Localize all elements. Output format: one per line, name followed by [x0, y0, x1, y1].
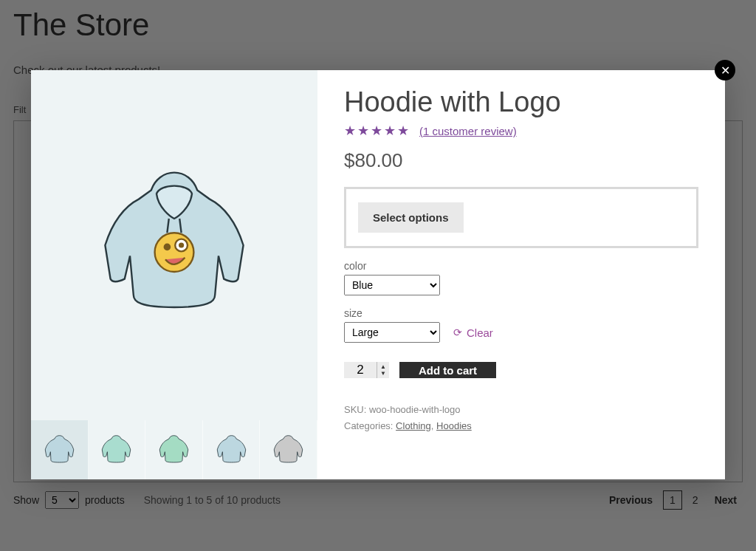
- product-gallery: [31, 70, 317, 479]
- color-variation: color BlueRedGreenGray: [344, 260, 698, 295]
- qty-up-icon[interactable]: ▲: [380, 363, 386, 370]
- review-link[interactable]: (1 customer review): [419, 125, 517, 137]
- sku-label: SKU:: [344, 404, 366, 415]
- hoodie-icon: [39, 430, 80, 470]
- close-icon: ✕: [721, 64, 730, 78]
- thumb-green-tee[interactable]: [145, 420, 203, 479]
- category-link[interactable]: Clothing: [396, 420, 431, 431]
- star-rating: ★★★★★: [344, 123, 410, 139]
- size-select[interactable]: SmallMediumLargeXL: [344, 322, 440, 343]
- thumb-blue-hoodie-2[interactable]: [203, 420, 261, 479]
- category-link[interactable]: Hoodies: [436, 420, 472, 431]
- thumbnail-strip: [31, 420, 317, 479]
- color-label: color: [344, 260, 698, 272]
- add-to-cart-button[interactable]: Add to cart: [399, 362, 496, 378]
- close-button[interactable]: ✕: [715, 60, 735, 81]
- price-value: 80.00: [354, 149, 402, 171]
- hoodie-icon: [211, 430, 252, 470]
- select-options-button[interactable]: Select options: [358, 202, 464, 233]
- size-variation: size SmallMediumLargeXL ⟳ Clear: [344, 307, 698, 343]
- quantity-input[interactable]: [344, 362, 377, 378]
- svg-point-3: [179, 242, 184, 247]
- thumb-blue-hoodie[interactable]: [31, 420, 89, 479]
- hoodie-icon: [268, 430, 309, 470]
- clear-variations-link[interactable]: ⟳ Clear: [453, 326, 493, 339]
- categories-label: Categories:: [344, 420, 393, 431]
- select-options-box: Select options: [344, 187, 698, 248]
- qty-down-icon[interactable]: ▼: [380, 370, 386, 377]
- clear-label: Clear: [467, 326, 493, 339]
- quantity-stepper: ▲ ▼: [344, 362, 389, 378]
- refresh-icon: ⟳: [453, 326, 462, 338]
- sku-value: woo-hoodie-with-logo: [369, 404, 461, 415]
- category-links: Clothing, Hoodies: [396, 420, 472, 431]
- product-title: Hoodie with Logo: [344, 86, 698, 118]
- hoodie-icon: [86, 157, 263, 334]
- svg-point-1: [164, 244, 171, 251]
- thumb-collection[interactable]: [89, 420, 146, 479]
- svg-point-0: [155, 233, 194, 272]
- size-label: size: [344, 307, 698, 319]
- color-select[interactable]: BlueRedGreenGray: [344, 275, 440, 295]
- currency-symbol: $: [344, 149, 354, 171]
- product-quickview-modal: ✕ Hoodie with Lo: [31, 70, 725, 479]
- product-meta: SKU: woo-hoodie-with-logo Categories: Cl…: [344, 402, 698, 434]
- hoodie-icon: [154, 430, 194, 470]
- thumb-gray-hoodie[interactable]: [260, 420, 317, 479]
- main-product-image[interactable]: [31, 70, 317, 420]
- hoodie-icon: [96, 430, 137, 470]
- product-details: Hoodie with Logo ★★★★★ (1 customer revie…: [317, 70, 725, 479]
- price: $80.00: [344, 149, 698, 172]
